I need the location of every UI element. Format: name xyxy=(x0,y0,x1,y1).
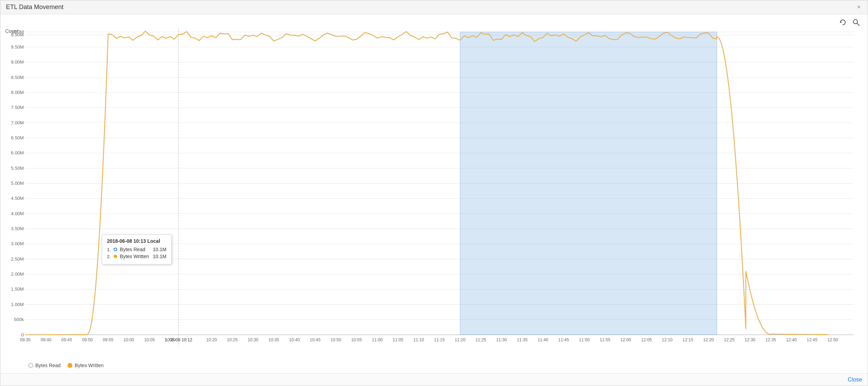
svg-text:12:25: 12:25 xyxy=(724,337,735,342)
svg-text:10:25: 10:25 xyxy=(227,337,238,342)
svg-text:8.50M: 8.50M xyxy=(11,75,24,80)
legend-item-read: Bytes Read xyxy=(28,363,61,368)
svg-text:1.50M: 1.50M xyxy=(11,286,24,292)
tooltip-value-read: 10.1M xyxy=(153,247,166,252)
svg-text:12:15: 12:15 xyxy=(683,337,693,342)
svg-text:10:00: 10:00 xyxy=(123,337,134,342)
svg-text:4.50M: 4.50M xyxy=(11,196,24,201)
svg-text:4.00M: 4.00M xyxy=(11,211,24,216)
svg-text:10:20: 10:20 xyxy=(206,337,217,342)
search-icon xyxy=(852,19,860,26)
main-chart: 10.0M9.90M9.50M9.00M8.50M8.00M7.50M7.00M… xyxy=(4,28,861,357)
refresh-button[interactable] xyxy=(838,18,847,29)
svg-text:12:20: 12:20 xyxy=(703,337,714,342)
svg-text:1. 06-08 10:12: 1. 06-08 10:12 xyxy=(165,337,192,342)
tooltip-title: 2018-06-08 10:13 Local xyxy=(107,238,166,244)
tooltip-dot-written xyxy=(114,255,117,258)
svg-text:12:45: 12:45 xyxy=(807,337,818,342)
chart-toolbar xyxy=(838,18,861,29)
svg-text:11:00: 11:00 xyxy=(372,337,383,342)
window-close-button[interactable]: × xyxy=(855,3,862,11)
svg-text:10:35: 10:35 xyxy=(268,337,279,342)
svg-text:0: 0 xyxy=(21,332,24,337)
tooltip-value-written: 10.1M xyxy=(153,254,166,259)
svg-text:10:50: 10:50 xyxy=(330,337,341,342)
svg-text:09:55: 09:55 xyxy=(103,337,114,342)
svg-text:12:40: 12:40 xyxy=(786,337,797,342)
tooltip-index-1: 1. xyxy=(107,247,111,252)
legend-dot-written xyxy=(67,363,72,368)
svg-text:11:25: 11:25 xyxy=(476,337,486,342)
svg-text:11:55: 11:55 xyxy=(600,337,611,342)
svg-text:3.00M: 3.00M xyxy=(11,241,24,246)
svg-text:9.90M: 9.90M xyxy=(11,32,24,37)
svg-text:10:30: 10:30 xyxy=(248,337,258,342)
tooltip-label-read: Bytes Read xyxy=(120,247,150,252)
svg-text:11:10: 11:10 xyxy=(413,337,424,342)
svg-text:11:15: 11:15 xyxy=(434,337,445,342)
search-button[interactable] xyxy=(852,18,861,29)
svg-text:12:05: 12:05 xyxy=(641,337,652,342)
title-bar: ETL Data Movement × xyxy=(0,0,868,14)
svg-line-1 xyxy=(857,23,859,26)
tooltip-row-2: 2. Bytes Written 10.1M xyxy=(107,254,166,259)
svg-text:11:30: 11:30 xyxy=(496,337,507,342)
legend-label-written: Bytes Written xyxy=(74,363,104,368)
svg-text:09:50: 09:50 xyxy=(82,337,93,342)
tooltip-dot-read xyxy=(114,248,117,251)
svg-text:9.00M: 9.00M xyxy=(11,59,24,65)
svg-text:10:40: 10:40 xyxy=(289,337,300,342)
svg-text:500k: 500k xyxy=(14,317,24,322)
svg-text:2.00M: 2.00M xyxy=(11,271,24,277)
tooltip: 2018-06-08 10:13 Local 1. Bytes Read 10.… xyxy=(102,234,172,264)
legend-item-written: Bytes Written xyxy=(67,363,104,368)
chart-legend: Bytes Read Bytes Written xyxy=(4,359,861,370)
window-title: ETL Data Movement xyxy=(6,3,63,11)
svg-text:12:30: 12:30 xyxy=(745,337,755,342)
tooltip-row-1: 1. Bytes Read 10.1M xyxy=(107,247,166,252)
svg-text:11:20: 11:20 xyxy=(455,337,465,342)
svg-text:12:35: 12:35 xyxy=(765,337,776,342)
svg-text:5.50M: 5.50M xyxy=(11,166,24,171)
svg-text:7.00M: 7.00M xyxy=(11,120,24,125)
svg-text:11:45: 11:45 xyxy=(558,337,569,342)
svg-text:7.50M: 7.50M xyxy=(11,105,24,110)
tooltip-label-written: Bytes Written xyxy=(120,254,150,259)
svg-text:6.50M: 6.50M xyxy=(11,135,24,140)
svg-text:12:50: 12:50 xyxy=(827,337,838,342)
svg-text:09:45: 09:45 xyxy=(61,337,72,342)
svg-text:11:35: 11:35 xyxy=(517,337,528,342)
svg-text:11:05: 11:05 xyxy=(393,337,404,342)
svg-text:09:40: 09:40 xyxy=(41,337,51,342)
legend-dot-read xyxy=(28,363,33,368)
selection-rect xyxy=(460,32,717,335)
svg-text:12:00: 12:00 xyxy=(620,337,631,342)
refresh-icon xyxy=(839,19,847,26)
svg-text:12:10: 12:10 xyxy=(662,337,673,342)
etl-window: ETL Data Movement × Count xyxy=(0,0,868,386)
svg-text:09:35: 09:35 xyxy=(20,337,31,342)
svg-text:10:05: 10:05 xyxy=(144,337,155,342)
svg-text:11:50: 11:50 xyxy=(579,337,590,342)
tooltip-index-2: 2. xyxy=(107,254,111,259)
close-button[interactable]: Close xyxy=(848,377,862,383)
legend-label-read: Bytes Read xyxy=(35,363,61,368)
svg-text:8.00M: 8.00M xyxy=(11,90,24,95)
svg-text:10:45: 10:45 xyxy=(310,337,321,342)
chart-container: Count 10.0M9.90M9.50M9.00M8.50M8.00M7.50… xyxy=(0,14,868,373)
svg-text:10:55: 10:55 xyxy=(351,337,362,342)
svg-point-0 xyxy=(853,20,858,24)
svg-text:3.50M: 3.50M xyxy=(11,226,24,231)
svg-text:9.50M: 9.50M xyxy=(11,44,24,50)
bottom-bar: Close xyxy=(0,373,868,386)
svg-text:6.00M: 6.00M xyxy=(11,150,24,155)
svg-text:11:40: 11:40 xyxy=(538,337,548,342)
svg-text:2.50M: 2.50M xyxy=(11,256,24,262)
svg-text:5.00M: 5.00M xyxy=(11,181,24,186)
svg-text:1.00M: 1.00M xyxy=(11,302,24,307)
